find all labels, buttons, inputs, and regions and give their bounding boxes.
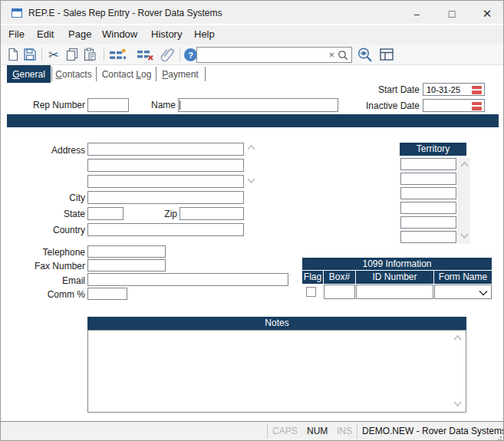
rep-number-input[interactable] <box>87 98 129 112</box>
inactive-date-label: Inactive Date <box>338 100 420 112</box>
tab-separator <box>51 67 52 81</box>
menu-help[interactable]: Help <box>194 28 215 40</box>
cut-button[interactable]: ✂ <box>45 46 62 63</box>
address-label: Address <box>16 145 85 156</box>
save-button[interactable] <box>21 46 38 63</box>
form-view-button[interactable] <box>378 46 395 63</box>
close-button[interactable]: ✕ <box>469 2 504 25</box>
maximize-button[interactable]: □ <box>434 2 469 25</box>
name-input[interactable] <box>178 98 338 112</box>
territory-input[interactable] <box>400 158 456 170</box>
notes-scroll-down-icon[interactable] <box>452 400 463 407</box>
cut-icon: ✂ <box>48 48 58 62</box>
form-name-select[interactable] <box>434 285 492 299</box>
zip-input[interactable] <box>180 207 244 220</box>
address-line3-input[interactable] <box>87 175 244 188</box>
search-input[interactable] <box>199 48 321 61</box>
copy-button[interactable] <box>64 46 81 63</box>
app-window: REP.E - Sales Rep Entry - Rover Data Sys… <box>0 0 504 441</box>
territory-input[interactable] <box>400 187 456 199</box>
inactive-date-input[interactable] <box>425 100 468 110</box>
close-icon: ✕ <box>483 7 492 21</box>
search-eye-icon <box>357 47 374 63</box>
rep-number-label: Rep Number <box>24 100 85 111</box>
id-number-input[interactable] <box>356 285 433 299</box>
start-date-input[interactable] <box>425 84 468 94</box>
tab-contacts[interactable]: Contacts <box>53 65 94 83</box>
minimize-icon: – <box>413 8 419 20</box>
status-separator <box>357 423 357 439</box>
window-title: REP.E - Sales Rep Entry - Rover Data Sys… <box>28 8 222 18</box>
status-context: DEMO.NEW - Rover Data Systems <box>362 426 504 436</box>
minimize-button[interactable]: – <box>399 2 434 25</box>
territory-input[interactable] <box>400 216 456 229</box>
flag-column-header: Flag <box>302 271 324 284</box>
inactive-date-field[interactable] <box>423 99 485 112</box>
address-scroll-down-icon[interactable] <box>245 176 256 184</box>
menu-page[interactable]: Page <box>68 28 91 40</box>
menu-file[interactable]: File <box>8 28 25 40</box>
insert-row-icon <box>110 48 126 61</box>
state-label: State <box>16 209 85 220</box>
telephone-input[interactable] <box>87 245 166 258</box>
address-line2-input[interactable] <box>87 159 244 172</box>
calendar-icon[interactable] <box>472 86 482 94</box>
tab-general[interactable]: General <box>7 65 51 83</box>
paste-button[interactable] <box>81 46 98 63</box>
attach-button[interactable] <box>159 46 176 63</box>
id-number-column-header: ID Number <box>356 271 434 284</box>
comm-percent-input[interactable] <box>87 288 127 300</box>
lookup-button[interactable] <box>357 46 374 63</box>
caps-indicator: CAPS <box>272 426 298 436</box>
ins-indicator: INS <box>337 426 352 436</box>
city-input[interactable] <box>87 191 244 204</box>
delete-row-button[interactable] <box>137 46 153 63</box>
form-name-column-header: Form Name <box>434 271 492 284</box>
menu-window[interactable]: Window <box>102 28 137 40</box>
tab-contact-log[interactable]: Contact Log <box>99 65 154 83</box>
fax-number-label: Fax Number <box>16 261 85 272</box>
new-document-icon <box>6 48 20 61</box>
resize-grip[interactable] <box>495 432 502 441</box>
status-separator <box>267 423 268 439</box>
start-date-field[interactable] <box>423 83 485 96</box>
territory-scroll-up-icon[interactable] <box>459 160 469 168</box>
territory-input[interactable] <box>400 231 456 243</box>
clear-search-icon[interactable]: × <box>328 49 334 61</box>
help-button[interactable]: ? <box>184 48 197 61</box>
help-icon: ? <box>184 48 197 61</box>
menu-edit[interactable]: Edit <box>37 28 54 40</box>
email-input[interactable] <box>87 273 288 286</box>
search-icon[interactable] <box>338 50 348 61</box>
state-input[interactable] <box>87 207 124 220</box>
copy-icon <box>65 48 79 61</box>
territory-input[interactable] <box>400 173 456 185</box>
start-date-label: Start Date <box>338 84 420 96</box>
toolbar-separator <box>104 48 104 61</box>
box-column-header: Box# <box>324 271 356 284</box>
maximize-icon: □ <box>449 8 455 20</box>
insert-row-button[interactable] <box>109 46 126 63</box>
tab-separator <box>205 67 206 81</box>
territory-input[interactable] <box>400 202 456 214</box>
name-label: Name <box>139 100 176 111</box>
territory-scroll-down-icon[interactable] <box>459 232 469 239</box>
address-line1-input[interactable] <box>87 143 244 156</box>
fax-number-input[interactable] <box>87 259 166 272</box>
tab-payment[interactable]: Payment <box>159 65 202 83</box>
new-record-button[interactable] <box>5 46 21 63</box>
address-scroll-up-icon[interactable] <box>245 143 256 151</box>
search-box[interactable]: × <box>196 47 352 63</box>
tab-separator <box>96 67 97 81</box>
calendar-icon[interactable] <box>472 102 482 110</box>
country-input[interactable] <box>87 223 244 236</box>
menu-history[interactable]: History <box>151 28 182 40</box>
flag-checkbox[interactable] <box>306 287 316 297</box>
notes-scroll-up-icon[interactable] <box>452 334 463 341</box>
tab-separator <box>156 67 156 81</box>
delete-row-icon <box>137 48 153 61</box>
toolbar-separator <box>180 48 180 61</box>
box-number-input[interactable] <box>324 285 355 299</box>
notes-textarea[interactable] <box>87 330 466 413</box>
notes-header: Notes <box>87 317 466 330</box>
